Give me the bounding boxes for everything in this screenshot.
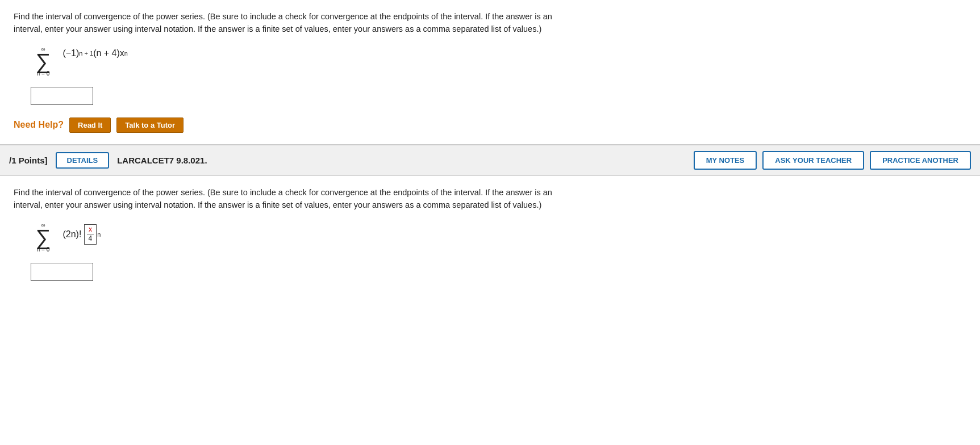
problem-text2-line2: interval, enter your answer using interv…: [14, 200, 541, 209]
formula2-expression: (2n)! x 4 n: [60, 222, 101, 245]
need-help-row: Need Help? Read It Talk to a Tutor: [14, 117, 966, 133]
my-notes-button[interactable]: MY NOTES: [694, 151, 757, 170]
fraction-denominator: 4: [87, 234, 94, 244]
sigma1: ∞ ∑ n = 0: [31, 46, 56, 77]
formula1-expression: (−1)n + 1(n + 4)xn: [60, 46, 128, 58]
problem-id: LARCALCET7 9.8.021.: [117, 156, 685, 165]
top-section: Find the interval of convergence of the …: [0, 0, 980, 145]
problem-text2-line1: Find the interval of convergence of the …: [14, 188, 552, 197]
talk-to-tutor-button[interactable]: Talk to a Tutor: [116, 117, 184, 133]
answer-input-2[interactable]: [31, 263, 93, 281]
sigma2-symbol: ∑: [35, 226, 51, 248]
need-help-label: Need Help?: [14, 120, 64, 130]
problem-text-line2: interval, enter your answer using interv…: [14, 24, 541, 33]
answer-input-1[interactable]: [31, 87, 93, 105]
problem-text-bottom: Find the interval of convergence of the …: [14, 186, 809, 212]
practice-another-button[interactable]: PRACTICE ANOTHER: [870, 151, 971, 170]
header-right-buttons: MY NOTES ASK YOUR TEACHER PRACTICE ANOTH…: [694, 151, 971, 170]
fraction-numerator: x: [87, 225, 94, 235]
read-it-button[interactable]: Read It: [69, 117, 111, 133]
problem-text-line1: Find the interval of convergence of the …: [14, 12, 552, 21]
sigma1-symbol: ∑: [35, 51, 51, 72]
sigma2: ∞ ∑ n = 0: [31, 222, 56, 253]
ask-teacher-button[interactable]: ASK YOUR TEACHER: [762, 151, 864, 170]
second-section: Find the interval of convergence of the …: [0, 176, 980, 303]
fraction-x-over-4: x 4: [84, 224, 97, 245]
problem-header-bar: /1 Points] DETAILS LARCALCET7 9.8.021. M…: [0, 145, 980, 176]
sigma1-bottom: n = 0: [37, 70, 50, 77]
points-label: /1 Points]: [9, 156, 48, 165]
sigma2-bottom: n = 0: [37, 246, 50, 253]
details-button[interactable]: DETAILS: [56, 152, 110, 169]
formula2-block: ∞ ∑ n = 0 (2n)! x 4 n: [14, 222, 966, 253]
problem-text-top: Find the interval of convergence of the …: [14, 10, 809, 36]
formula1-block: ∞ ∑ n = 0 (−1)n + 1(n + 4)xn: [14, 46, 966, 77]
